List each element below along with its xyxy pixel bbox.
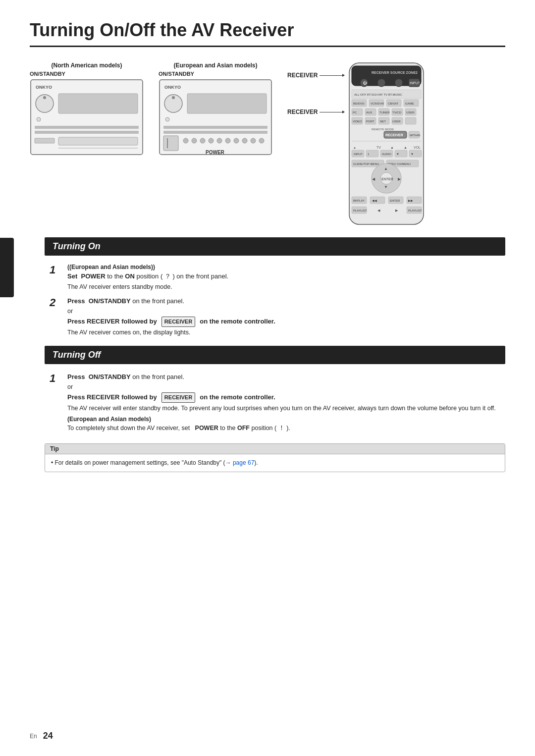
turning-on-step1: 1 ((European and Asian models)) Set POWE…	[45, 264, 505, 290]
svg-text:▼: ▼	[411, 153, 414, 156]
svg-rect-4	[58, 94, 138, 113]
off-step1-model-label: (European and Asian models)	[67, 416, 505, 423]
section-tab	[0, 238, 14, 297]
receiver-button-off-inline: RECEIVER	[161, 392, 195, 403]
off-step1-number: 1	[50, 372, 61, 434]
step2-number: 2	[50, 296, 61, 336]
svg-text:USER: USER	[392, 120, 401, 123]
svg-text:VIDEO: VIDEO	[353, 120, 362, 123]
remote-svg: RECEIVER SOURCE ZONE2 ⏻ INPUT ALL OFF RT…	[344, 62, 428, 225]
turning-on-step2: 2 Press ON/STANDBY on the front panel. o…	[45, 296, 505, 336]
svg-text:GUIDE/TOP MENU: GUIDE/TOP MENU	[353, 162, 379, 165]
svg-text:ONKYO: ONKYO	[36, 85, 52, 90]
svg-point-22	[192, 138, 197, 143]
turning-on-section: Turning On 1 ((European and Asian models…	[45, 237, 505, 336]
svg-text:▲: ▲	[384, 166, 388, 171]
tip-header: Tip	[45, 444, 505, 454]
tip-body: • For details on power management settin…	[45, 454, 505, 472]
page-footer: En 24	[30, 731, 53, 741]
svg-point-27	[234, 138, 239, 143]
european-asian-diagram: (European and Asian models) ON/STANDBY O…	[159, 62, 272, 156]
off-step1-content: Press ON/STANDBY on the front panel. or …	[67, 372, 505, 434]
receiver-button-inline: RECEIVER	[161, 317, 195, 327]
step2-press-line: Press RECEIVER followed by RECEIVER on t…	[67, 317, 505, 327]
off-step1-note: The AV receiver will enter standby mode.…	[67, 405, 505, 412]
svg-point-30	[259, 138, 264, 143]
svg-text:PC: PC	[353, 111, 357, 114]
svg-point-21	[183, 138, 188, 143]
svg-text:RECEIVER SOURCE ZONE2: RECEIVER SOURCE ZONE2	[372, 71, 418, 74]
off-step1-main: Press ON/STANDBY on the front panel.	[67, 372, 505, 382]
svg-point-14	[172, 96, 175, 99]
svg-text:INPUT: INPUT	[354, 153, 363, 156]
svg-point-28	[242, 138, 247, 143]
step2-main: Press ON/STANDBY on the front panel.	[67, 296, 505, 306]
svg-point-29	[251, 138, 256, 143]
svg-text:RECEIVER: RECEIVER	[385, 133, 403, 137]
svg-text:TV: TV	[376, 146, 381, 149]
svg-text:▶▶: ▶▶	[408, 199, 413, 202]
svg-point-5	[37, 117, 41, 121]
step1-note: The AV receiver enters standby mode.	[67, 283, 505, 290]
north-american-sublabel: ON/STANDBY	[30, 71, 144, 77]
svg-point-25	[217, 138, 222, 143]
receiver-arrow-bottom	[320, 112, 344, 112]
turning-off-section: Turning Off 1 Press ON/STANDBY on the fr…	[45, 346, 505, 434]
european-asian-sublabel: ON/STANDBY	[159, 71, 272, 77]
svg-text:TV/CD: TV/CD	[392, 111, 402, 114]
svg-text:⏻: ⏻	[363, 81, 367, 85]
page-lang: En	[30, 733, 37, 740]
off-step1-press-line: Press RECEIVER followed by RECEIVER on t…	[67, 392, 505, 403]
svg-text:POWER: POWER	[206, 150, 225, 155]
svg-rect-65	[405, 117, 416, 124]
turning-off-step1: 1 Press ON/STANDBY on the front panel. o…	[45, 372, 505, 434]
svg-point-3	[43, 96, 46, 99]
main-content: Turning On 1 ((European and Asian models…	[30, 237, 505, 472]
tip-box: Tip • For details on power management se…	[45, 443, 505, 472]
svg-text:▲: ▲	[353, 146, 356, 149]
svg-text:ENTER: ENTER	[390, 199, 400, 202]
step2-or: or	[67, 308, 505, 315]
receiver-text-top: RECEIVER	[287, 72, 318, 79]
step1-number: 1	[50, 264, 61, 290]
svg-text:WITHIN: WITHIN	[410, 134, 420, 137]
svg-text:USER: USER	[406, 111, 415, 114]
svg-text:PORT: PORT	[366, 120, 374, 123]
north-american-receiver-svg: ONKYO	[30, 79, 144, 156]
european-asian-receiver-svg: ONKYO	[159, 79, 272, 156]
svg-rect-19	[163, 136, 178, 151]
svg-rect-18	[163, 131, 268, 134]
svg-text:AUDIO: AUDIO	[382, 153, 391, 156]
step1-model-text: (European and Asian models)	[69, 264, 153, 270]
svg-rect-17	[163, 126, 268, 129]
receiver-label-top: RECEIVER	[287, 72, 344, 79]
svg-text:VOL: VOL	[414, 146, 421, 149]
svg-text:▲: ▲	[404, 146, 407, 149]
svg-text:◀: ◀	[372, 177, 375, 181]
step1-model-label: ((European and Asian models))	[67, 264, 505, 270]
tip-link[interactable]: page 67	[233, 459, 254, 466]
svg-text:REMOTE MODE: REMOTE MODE	[372, 128, 394, 131]
receiver-arrow-top	[320, 75, 344, 76]
svg-point-37	[377, 79, 385, 87]
north-american-diagram: (North American models) ON/STANDBY ONKYO	[30, 62, 144, 156]
svg-text:PLAYLIST: PLAYLIST	[408, 209, 422, 212]
svg-point-26	[225, 138, 230, 143]
svg-rect-7	[35, 131, 139, 134]
svg-rect-8	[58, 137, 138, 145]
svg-text:BKPLAY: BKPLAY	[353, 199, 365, 202]
svg-text:ENTER: ENTER	[381, 177, 393, 181]
svg-point-23	[200, 138, 205, 143]
svg-point-38	[395, 79, 403, 87]
svg-point-24	[209, 138, 214, 143]
remote-diagram: RECEIVER RECEIVER RECEIVER SOURCE ZONE2 …	[287, 62, 428, 225]
svg-text:GAME: GAME	[405, 102, 414, 105]
svg-text:TUNER: TUNER	[379, 111, 390, 114]
european-asian-label: (European and Asian models)	[159, 62, 272, 69]
turning-off-header: Turning Off	[45, 346, 505, 364]
svg-text:▼: ▼	[384, 185, 388, 189]
step1-main: Set POWER to the ON position ( ？ ) on th…	[67, 271, 505, 281]
receiver-text-bottom: RECEIVER	[287, 108, 318, 115]
diagrams-row: (North American models) ON/STANDBY ONKYO	[30, 62, 505, 225]
receiver-label-bottom: RECEIVER	[287, 108, 344, 115]
